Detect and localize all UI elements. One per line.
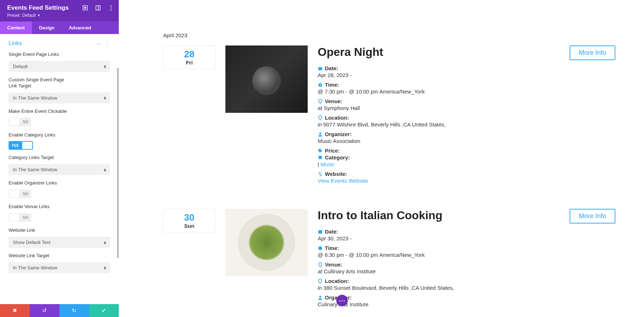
sidebar-toggle-icon[interactable]	[95, 5, 101, 11]
field-make-clickable: Make Entire Event Clickable NO	[9, 109, 110, 127]
undo-button[interactable]: ↺	[30, 304, 59, 317]
svg-rect-11	[318, 230, 322, 234]
field-custom-link-target: Custom Single Event Page Link Target In …	[9, 77, 110, 104]
event-title: Opera Night	[318, 45, 562, 59]
tab-design[interactable]: Design	[32, 21, 62, 34]
pin-icon	[318, 115, 323, 120]
select-arrows-icon: ▴▾	[104, 266, 106, 269]
svg-point-1	[84, 7, 86, 9]
event-image	[225, 209, 308, 276]
select-category-target[interactable]: In The Same Window ▴▾	[9, 164, 110, 175]
tab-advanced[interactable]: Advanced	[62, 21, 98, 34]
select-arrows-icon: ▴▾	[104, 168, 106, 172]
event-details: Opera Night Date: Apr 28, 2023 - Time: @…	[318, 45, 562, 187]
clock-icon	[318, 82, 323, 87]
date-day: Sun	[184, 223, 194, 229]
fab-more-button[interactable]: ⋯	[336, 295, 348, 306]
svg-rect-8	[318, 67, 322, 68]
event-title: Intro to Italian Cooking	[318, 209, 562, 222]
field-single-event-page-links: Single Event Page Links Default ▴▾	[9, 52, 110, 72]
person-icon	[318, 132, 323, 137]
more-icon[interactable]	[108, 5, 114, 11]
tabs: Content Design Advanced	[0, 21, 119, 34]
svg-point-6	[111, 10, 112, 11]
field-website-link: Website Link Show Default Text ▴▾	[9, 227, 110, 248]
pin-icon	[318, 99, 323, 104]
select-custom-link-target[interactable]: In The Same Window ▴▾	[9, 92, 110, 104]
category-link[interactable]: Music	[321, 161, 335, 167]
section-more-icon[interactable]: ⋮	[104, 40, 110, 47]
caret-down-icon: ▼	[37, 14, 40, 17]
link-icon	[318, 172, 323, 177]
svg-point-12	[318, 246, 322, 250]
toggle-enable-category[interactable]: YES	[9, 141, 33, 150]
save-button[interactable]: ✔	[89, 304, 119, 317]
sidebar-footer: ✖ ↺ ↻ ✔	[0, 304, 119, 317]
more-info-button[interactable]: More Info	[570, 209, 615, 224]
section-title: Links	[9, 40, 22, 47]
calendar-icon	[318, 66, 323, 71]
calendar-icon	[318, 229, 323, 234]
field-enable-organizer: Enable Organizer Links NO	[9, 180, 110, 199]
event-image	[225, 45, 308, 113]
redo-button[interactable]: ↻	[59, 304, 89, 317]
field-website-target: Website Link Target In The Same Window ▴…	[9, 253, 110, 273]
event-row: 28 Fri Opera Night Date: Apr 28, 2023 - …	[163, 45, 615, 187]
bookmark-icon	[318, 155, 323, 160]
field-enable-category: Enable Category Links YES	[9, 132, 110, 150]
clock-icon	[318, 246, 323, 251]
select-website-link[interactable]: Show Default Text ▴▾	[9, 237, 110, 248]
website-link[interactable]: View Events Website	[318, 178, 368, 184]
date-box: 28 Fri	[163, 45, 215, 69]
svg-rect-2	[96, 6, 100, 10]
panel-body: Links ︿ ⋮ Single Event Page Links Defaul…	[0, 34, 119, 304]
pin-icon	[318, 279, 323, 284]
svg-point-4	[111, 5, 112, 6]
more-info-button[interactable]: More Info	[570, 45, 615, 60]
date-number: 30	[184, 213, 195, 222]
toggle-enable-venue[interactable]: NO	[9, 213, 31, 222]
svg-point-10	[319, 132, 321, 134]
date-box: 30 Sun	[163, 209, 215, 232]
select-arrows-icon: ▴▾	[104, 241, 106, 244]
chevron-up-icon[interactable]: ︿	[97, 40, 102, 47]
pin-icon	[318, 262, 323, 267]
select-single-event-page-links[interactable]: Default ▴▾	[9, 61, 110, 72]
field-enable-venue: Enable Venue Links NO	[9, 204, 110, 222]
select-website-target[interactable]: In The Same Window ▴▾	[9, 262, 110, 273]
svg-point-13	[319, 296, 321, 297]
header-actions	[82, 5, 114, 11]
select-arrows-icon: ▴▾	[104, 64, 106, 68]
month-label: April 2023	[163, 32, 615, 38]
person-icon	[318, 295, 323, 300]
tab-content[interactable]: Content	[0, 21, 32, 34]
toggle-enable-organizer[interactable]: NO	[9, 189, 31, 198]
select-arrows-icon: ▴▾	[104, 96, 106, 100]
preview-area: April 2023 28 Fri Opera Night Date: Apr …	[119, 0, 644, 317]
date-number: 28	[184, 49, 195, 59]
event-row: 30 Sun Intro to Italian Cooking Date: Ap…	[163, 209, 615, 311]
tag-icon	[318, 148, 323, 153]
scrollbar[interactable]	[117, 68, 119, 258]
fullscreen-icon[interactable]	[82, 5, 88, 11]
section-links-header[interactable]: Links ︿ ⋮	[9, 40, 110, 47]
svg-point-5	[111, 8, 112, 9]
date-day: Fri	[186, 59, 192, 66]
preset-selector[interactable]: Preset: Default ▼	[7, 13, 112, 18]
settings-sidebar: Events Feed Settings Preset: Default ▼ C…	[0, 0, 119, 317]
toggle-make-clickable[interactable]: NO	[9, 118, 31, 126]
field-category-target: Category Links Target In The Same Window…	[9, 155, 110, 175]
sidebar-header: Events Feed Settings Preset: Default ▼	[0, 0, 119, 21]
cancel-button[interactable]: ✖	[0, 304, 30, 317]
event-details: Intro to Italian Cooking Date: Apr 30, 2…	[318, 209, 562, 311]
